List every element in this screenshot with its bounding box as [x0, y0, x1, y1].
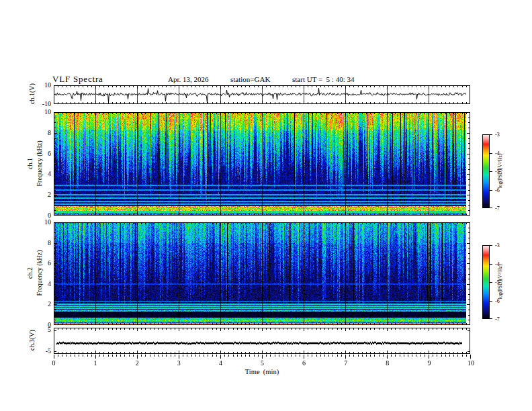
ch1-spec-ytick: 10 [35, 109, 51, 116]
colorbar-tick-label: -6 [495, 299, 500, 304]
ch1-spec-ytick: 4 [35, 171, 51, 177]
x-tick-label: 4 [219, 360, 222, 367]
ch3-waveform-panel [54, 328, 470, 354]
colorbar-tick-label: -7 [495, 317, 500, 322]
x-tick-label: 6 [302, 360, 306, 367]
colorbar-tick-label: -7 [495, 206, 500, 212]
colorbar-tick-label: -3 [495, 243, 500, 248]
ch1-spectrogram-panel [54, 112, 470, 216]
x-tick-label: 8 [386, 360, 389, 367]
time-axis-title: Time (min) [245, 368, 279, 375]
ch2-spec-ytick: 2 [35, 301, 51, 308]
x-tick-label: 10 [468, 360, 474, 367]
x-tick-label: 0 [52, 360, 56, 367]
ch2-spec-ytick: 4 [35, 281, 51, 287]
colorbar-tick-label: -5 [495, 280, 500, 285]
ch2-spec-ytick: 6 [35, 260, 51, 267]
colorbar-tick-label: -4 [495, 262, 500, 267]
ch3-voltage-axis-label: ch.3(V) [28, 300, 36, 381]
ch2-spec-ytick: 10 [35, 219, 51, 226]
ch3-wave-ytick: -5 [35, 348, 51, 355]
x-tick-label: 2 [136, 360, 139, 367]
colorbar-tick-label: -5 [495, 169, 500, 175]
ch1-voltage-axis-label: ch.1(V) [28, 54, 36, 134]
ch1-wave-ytick: -10 [35, 101, 51, 107]
ch2-spec-ytick: 8 [35, 240, 51, 246]
ch1-channel-label: ch.1 [26, 124, 34, 204]
station-label: station=GAK [230, 75, 270, 83]
vlf-spectra-figure: VLF Spectra Apr. 13, 2026 station=GAK st… [0, 0, 532, 411]
ch1-spec-ytick: 8 [35, 130, 51, 136]
ch2-colorbar [482, 245, 493, 319]
ch1-colorbar [482, 134, 493, 208]
x-tick-label: 1 [94, 360, 97, 367]
start-ut-label: start UT = 5 : 40: 34 [292, 75, 354, 83]
ch1-waveform-panel [54, 85, 470, 104]
plot-title: VLF Spectra [52, 74, 103, 85]
ch1-wave-ytick: 10 [35, 82, 51, 89]
colorbar-tick-label: -6 [495, 188, 500, 193]
x-tick-label: 5 [261, 360, 264, 367]
ch1-spec-ytick: 6 [35, 150, 51, 157]
x-tick-label: 9 [427, 360, 431, 367]
ch2-spectrogram-panel [54, 222, 470, 325]
x-tick-label: 7 [344, 360, 347, 367]
ch3-wave-ytick: 5 [35, 326, 51, 333]
colorbar-tick-label: -4 [495, 151, 500, 156]
colorbar-tick-label: -3 [495, 132, 500, 138]
date-label: Apr. 13, 2026 [168, 75, 209, 83]
x-tick-label: 3 [177, 360, 181, 367]
ch1-spec-ytick: 2 [35, 191, 51, 198]
